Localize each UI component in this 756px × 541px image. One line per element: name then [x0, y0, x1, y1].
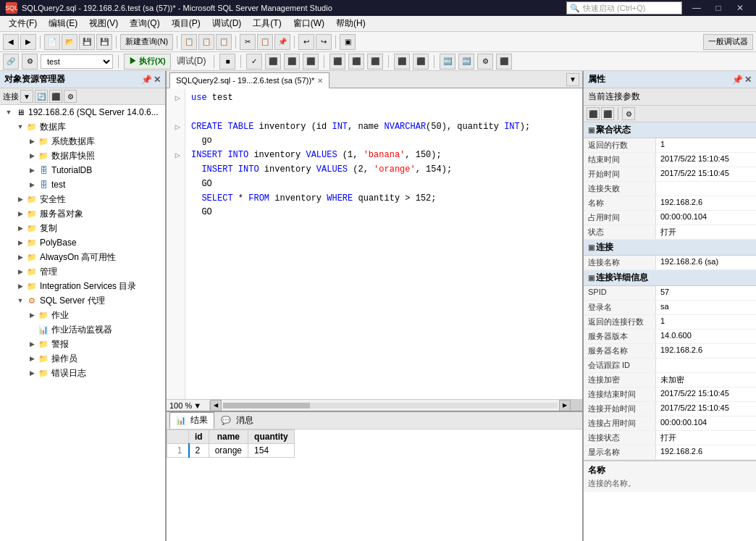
tb-icon-3[interactable]: 📋 — [216, 34, 232, 50]
cell-name-1[interactable]: orange — [209, 444, 248, 458]
copy-button[interactable]: 📋 — [257, 34, 273, 50]
tb2-icon-8[interactable]: ⬛ — [367, 54, 383, 70]
toggle-security[interactable]: ▶ — [14, 193, 26, 205]
toggle-test[interactable]: ▶ — [26, 179, 38, 190]
section-connection-toggle[interactable]: ▣ — [588, 243, 595, 251]
tb2-icon-12[interactable]: 🔤 — [458, 54, 474, 70]
oe-refresh-button[interactable]: 🔄 — [35, 90, 48, 103]
toggle-databases[interactable]: ▼ — [14, 121, 26, 133]
tb-icon-x[interactable]: ▣ — [340, 34, 356, 50]
toggle-management[interactable]: ▶ — [14, 266, 26, 277]
props-tb-1[interactable]: ⬛ — [587, 107, 600, 120]
tb2-icon-4[interactable]: ⬛ — [284, 54, 300, 70]
tree-item-sqlagent[interactable]: ▼ ⚙ SQL Server 代理 — [0, 293, 165, 308]
debug-label[interactable]: 调试(D) — [174, 55, 209, 67]
toggle-jobs[interactable]: ▶ — [26, 309, 38, 321]
minimize-button[interactable]: — — [686, 1, 707, 14]
toggle-dbsnapshot[interactable]: ▶ — [26, 150, 38, 162]
tb2-icon-11[interactable]: 🔤 — [440, 54, 455, 70]
tree-item-alerts[interactable]: ▶ 📁 警报 — [0, 337, 165, 351]
props-pin-button[interactable]: 📌 — [732, 75, 743, 85]
tb-icon-1[interactable]: 📋 — [181, 34, 197, 50]
menu-view[interactable]: 视图(V) — [83, 16, 124, 31]
oe-collapse-button[interactable]: ⬛ — [49, 90, 62, 103]
tb2-icon-2[interactable]: ⚙ — [22, 54, 38, 70]
hscroll-left-button[interactable]: ◀ — [210, 400, 222, 411]
cell-quantity-1[interactable]: 154 — [248, 444, 295, 458]
menu-edit[interactable]: 编辑(E) — [43, 16, 83, 31]
props-close-button[interactable]: ✕ — [744, 75, 752, 85]
panel-pin-button[interactable]: 📌 — [141, 75, 152, 85]
tree-item-replication[interactable]: ▶ 📁 复制 — [0, 221, 165, 235]
open-button[interactable]: 📂 — [62, 34, 77, 50]
tree-item-integration[interactable]: ▶ 📁 Integration Services 目录 — [0, 279, 165, 293]
toggle-polybase[interactable]: ▶ — [14, 237, 26, 248]
close-button[interactable]: ✕ — [730, 1, 750, 14]
editor-tab-close[interactable]: ✕ — [317, 77, 323, 85]
new-query-button[interactable]: 新建查询(N) — [120, 34, 173, 50]
tb2-icon-3[interactable]: ⬛ — [265, 54, 281, 70]
toggle-errorlogs[interactable]: ▶ — [26, 367, 38, 379]
tree-item-tutorialdb[interactable]: ▶ 🗄 TutorialDB — [0, 163, 165, 177]
execute-button[interactable]: ▶ 执行(X) — [124, 54, 171, 70]
paste-button[interactable]: 📌 — [274, 34, 290, 50]
tree-item-errorlogs[interactable]: ▶ 📁 错误日志 — [0, 366, 165, 380]
tree-item-databases[interactable]: ▼ 📁 数据库 — [0, 119, 165, 134]
tree-item-systemdb[interactable]: ▶ 📁 系统数据库 — [0, 134, 165, 148]
toggle-alwayson[interactable]: ▶ — [14, 251, 26, 263]
toggle-server[interactable]: ▼ — [3, 106, 14, 118]
tb2-icon-14[interactable]: ⬛ — [496, 54, 512, 70]
tree-item-serverobj[interactable]: ▶ 📁 服务器对象 — [0, 206, 165, 221]
tab-menu-button[interactable]: ▼ — [566, 73, 579, 86]
forward-button[interactable]: ▶ — [20, 34, 36, 50]
tree-item-server[interactable]: ▼ 🖥 192.168.2.6 (SQL Server 14.0.6... — [0, 105, 165, 119]
cell-id-1[interactable]: 2 — [189, 444, 209, 458]
section-details-toggle[interactable]: ▣ — [588, 274, 595, 282]
menu-file[interactable]: 文件(F) — [3, 16, 43, 31]
editor-tab-active[interactable]: SQLQuery2.sql - 19...2.6.test (sa (57))*… — [169, 72, 329, 88]
general-debugger-button[interactable]: 一般调试器 — [703, 34, 753, 50]
tree-item-dbsnapshot[interactable]: ▶ 📁 数据库快照 — [0, 148, 165, 163]
tree-item-jobs[interactable]: ▶ 📁 作业 — [0, 308, 165, 322]
toggle-alerts[interactable]: ▶ — [26, 338, 38, 350]
tb2-icon-7[interactable]: ⬛ — [348, 54, 364, 70]
toggle-replication[interactable]: ▶ — [14, 222, 26, 234]
section-aggregate[interactable]: ▣ 聚合状态 — [584, 122, 756, 138]
tree-item-operators[interactable]: ▶ 📁 操作员 — [0, 351, 165, 366]
props-tb-3[interactable]: ⚙ — [622, 107, 635, 120]
toggle-tutorialdb[interactable]: ▶ — [26, 164, 38, 176]
tb-icon-2[interactable]: 📋 — [198, 34, 214, 50]
props-tb-2[interactable]: ⬛ — [601, 107, 614, 120]
menu-window[interactable]: 窗口(W) — [287, 16, 330, 31]
tree-item-polybase[interactable]: ▶ 📁 PolyBase — [0, 235, 165, 250]
section-connection[interactable]: ▣ 连接 — [584, 240, 756, 256]
save-button[interactable]: 💾 — [79, 34, 95, 50]
tb2-parse[interactable]: ✓ — [246, 54, 262, 70]
section-connection-details[interactable]: ▣ 连接详细信息 — [584, 270, 756, 286]
menu-help[interactable]: 帮助(H) — [330, 16, 371, 31]
menu-query[interactable]: 查询(Q) — [124, 16, 165, 31]
menu-project[interactable]: 项目(P) — [166, 16, 206, 31]
tb2-icon-1[interactable]: 🔗 — [3, 54, 19, 70]
tree-item-security[interactable]: ▶ 📁 安全性 — [0, 192, 165, 206]
tree-item-management[interactable]: ▶ 📁 管理 — [0, 264, 165, 279]
results-tab-results[interactable]: 📊 结果 — [169, 412, 214, 429]
results-tab-messages[interactable]: 💬 消息 — [214, 412, 259, 429]
undo-button[interactable]: ↩ — [298, 34, 314, 50]
hscroll-thumb[interactable] — [223, 403, 310, 408]
toggle-operators[interactable]: ▶ — [26, 353, 38, 364]
database-selector[interactable]: test — [41, 54, 113, 69]
code-text[interactable]: use test CREATE TABLE inventory (id INT,… — [185, 88, 582, 399]
cut-button[interactable]: ✂ — [240, 34, 256, 50]
section-aggregate-toggle[interactable]: ▣ — [588, 126, 595, 134]
hscroll-track[interactable] — [223, 403, 558, 408]
save-all-button[interactable]: 💾 — [96, 34, 112, 50]
oe-filter-button[interactable]: ▼ — [20, 90, 33, 103]
zoom-control[interactable]: 100 % ▼ — [167, 401, 210, 410]
menu-debug[interactable]: 调试(D) — [206, 16, 248, 31]
redo-button[interactable]: ↪ — [316, 34, 332, 50]
toggle-integration[interactable]: ▶ — [14, 280, 26, 292]
zoom-dropdown-icon[interactable]: ▼ — [193, 401, 201, 410]
maximize-button[interactable]: □ — [708, 1, 728, 14]
tb2-icon-10[interactable]: ⬛ — [413, 54, 429, 70]
